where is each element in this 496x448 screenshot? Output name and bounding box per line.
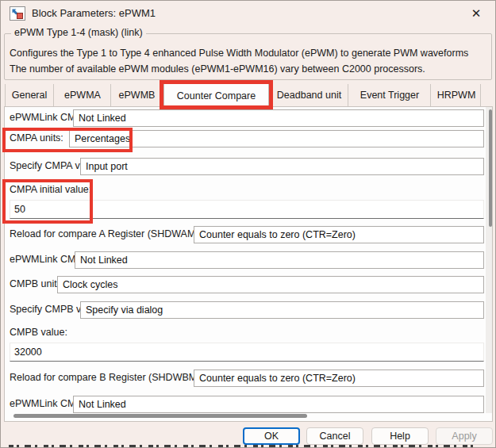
- horizontal-scrollbar-thumb[interactable]: [13, 414, 307, 418]
- mask-groupbox: ePWM Type 1-4 (mask) (link) Configures t…: [4, 33, 492, 80]
- apply-button: Apply: [436, 427, 493, 445]
- epwmlink-cmpb-dropdown[interactable]: Not Linked: [75, 251, 484, 269]
- specify-cmpa-via-label: Specify CMPA via:: [10, 160, 90, 171]
- epwmlink-cmpa-dropdown[interactable]: Not Linked: [73, 109, 484, 127]
- cmpa-initial-value-input[interactable]: [10, 200, 484, 219]
- simulink-block-icon: [10, 6, 25, 21]
- tab-deadband-unit[interactable]: Deadband unit: [271, 84, 348, 106]
- reload-b-dropdown[interactable]: Counter equals to zero (CTR=Zero): [194, 370, 484, 387]
- cmpb-value-label: CMPB value:: [10, 327, 67, 338]
- tab-counter-compare[interactable]: Counter Compare: [163, 83, 269, 107]
- help-button[interactable]: Help: [371, 427, 429, 445]
- reload-a-dropdown[interactable]: Counter equals to zero (CTR=Zero): [194, 226, 484, 243]
- specify-cmpa-via-dropdown[interactable]: Input port: [80, 158, 484, 175]
- tab-general[interactable]: General: [5, 84, 54, 106]
- specify-cmpb-via-label: Specify CMPB via:: [10, 304, 92, 315]
- block-parameters-dialog: Block Parameters: ePWM1 ✕ ePWM Type 1-4 …: [0, 0, 496, 448]
- reload-a-label: Reload for compare A Register (SHDWAMODE…: [10, 228, 223, 239]
- specify-cmpb-via-dropdown[interactable]: Specify via dialog: [80, 301, 484, 319]
- title-bar: Block Parameters: ePWM1 ✕: [1, 1, 495, 27]
- cmpa-units-label: CMPA units:: [10, 132, 63, 144]
- vertical-scrollbar-thumb[interactable]: [489, 109, 492, 227]
- cmpa-units-dropdown[interactable]: Percentages: [69, 130, 484, 147]
- close-icon[interactable]: ✕: [460, 1, 492, 26]
- tab-epwmb[interactable]: ePWMB: [112, 84, 163, 106]
- counter-compare-panel: ePWMLink CMPA Not Linked CMPA units: Per…: [4, 106, 493, 422]
- cmpb-value-input[interactable]: [10, 343, 484, 362]
- mask-description: Configures the Type 1 to Type 4 enhanced…: [10, 45, 487, 77]
- cmpa-initial-value-label: CMPA initial value:: [10, 184, 91, 195]
- clipped-text-strip: [9, 445, 479, 448]
- reload-b-label: Reload for compare B Register (SHDWBMODE…: [10, 372, 225, 383]
- epwmlink-cmpc-dropdown[interactable]: Not Linked: [73, 396, 484, 413]
- window-title: Block Parameters: ePWM1: [32, 7, 156, 19]
- ok-button[interactable]: OK: [243, 427, 300, 445]
- tab-epwma[interactable]: ePWMA: [55, 84, 111, 106]
- mask-description-line1: Configures the Type 1 to Type 4 enhanced…: [10, 45, 487, 61]
- cmpb-units-dropdown[interactable]: Clock cycles: [57, 276, 484, 293]
- cancel-button[interactable]: Cancel: [306, 427, 363, 445]
- mask-title: ePWM Type 1-4 (mask) (link): [11, 27, 146, 38]
- tab-hrpwm[interactable]: HRPWM: [433, 84, 481, 106]
- tab-event-trigger[interactable]: Event Trigger: [349, 84, 431, 106]
- mask-description-line2: The number of available ePWM modules (eP…: [10, 61, 487, 77]
